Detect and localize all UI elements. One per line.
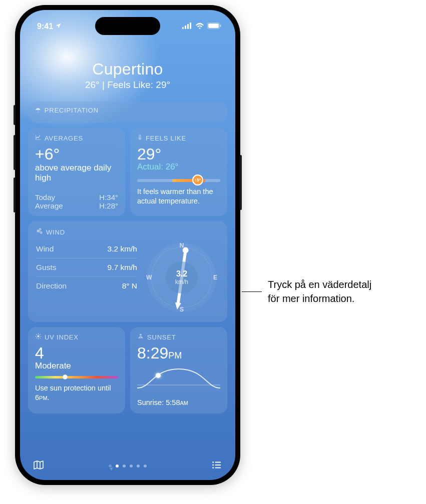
- averages-today-value: H:34°: [99, 193, 118, 202]
- page-dot: [144, 464, 147, 468]
- svg-line-19: [40, 334, 40, 335]
- compass-unit: km/h: [175, 278, 188, 286]
- wind-icon: [36, 228, 43, 236]
- page-dot: [116, 464, 119, 468]
- uv-note-pm: PM: [39, 395, 48, 401]
- cards-scroll[interactable]: ☂︎ PRECIPITATION AVERAGES +6° above aver…: [20, 102, 235, 456]
- feels-like-note: It feels warmer than the actual temperat…: [137, 187, 220, 206]
- feels-like-value: 29°: [156, 80, 170, 90]
- averages-today-label: Today: [35, 193, 55, 202]
- uv-index-card[interactable]: UV INDEX 4 Moderate Use sun protection u…: [28, 327, 125, 414]
- sunrise-label: Sunrise:: [137, 398, 166, 406]
- callout-line-2: för mer information.: [268, 292, 371, 306]
- feels-like-card[interactable]: FEELS LIKE 29° Actual: 26° ↑3° It feels …: [130, 128, 227, 216]
- gusts-label: Gusts: [36, 263, 56, 272]
- page-dot: [130, 464, 133, 468]
- map-button[interactable]: [32, 459, 45, 473]
- svg-point-9: [182, 247, 189, 254]
- precipitation-card[interactable]: ☂︎ PRECIPITATION: [28, 102, 227, 123]
- current-temp: 26°: [85, 80, 100, 90]
- svg-rect-27: [215, 464, 221, 466]
- current-summary: 26° | Feels Like: 29°: [20, 80, 235, 90]
- svg-rect-29: [215, 468, 221, 468]
- card-title-label: AVERAGES: [45, 134, 83, 142]
- gusts-value: 9.7 km/h: [108, 263, 137, 272]
- cellular-icon: [182, 22, 192, 31]
- wind-compass: N E S W 3.2 km/h: [144, 240, 219, 315]
- location-arrow-icon: [55, 22, 62, 31]
- sunset-card[interactable]: SUNSET 8:29PM Sunrise: 5:58AM: [130, 327, 227, 414]
- card-title-label: FEELS LIKE: [146, 134, 186, 142]
- compass-speed: 3.2: [176, 270, 187, 278]
- feels-like-label: Feels Like:: [107, 80, 156, 90]
- svg-point-26: [212, 464, 214, 466]
- averages-average-label: Average: [35, 202, 63, 210]
- svg-rect-2: [187, 24, 189, 29]
- wind-table: Wind 3.2 km/h Gusts 9.7 km/h Direction 8…: [36, 240, 137, 315]
- wind-card[interactable]: WIND Wind 3.2 km/h Gusts 9.7 km/h Di: [28, 221, 227, 322]
- uv-note: Use sun protection until 6PM.: [35, 384, 118, 402]
- svg-rect-6: [220, 24, 221, 27]
- sunset-icon: [137, 333, 144, 341]
- sunrise-time: 5:58: [166, 398, 180, 406]
- list-button[interactable]: [210, 460, 223, 472]
- card-title-label: UV INDEX: [45, 334, 79, 341]
- averages-average-value: H:28°: [99, 202, 118, 210]
- averages-detail: Today H:34° Average H:28°: [35, 193, 118, 210]
- card-title-label: WIND: [46, 228, 65, 236]
- feels-like-range-bar: ↑3°: [137, 179, 220, 182]
- side-button-vol-down: [14, 178, 16, 212]
- svg-point-28: [212, 467, 214, 468]
- thermometer-icon: [137, 134, 143, 142]
- averages-desc: above average daily high: [35, 163, 118, 183]
- side-button-power: [240, 155, 242, 210]
- location-header[interactable]: Cupertino 26° | Feels Like: 29°: [20, 60, 235, 90]
- direction-label: Direction: [36, 282, 67, 290]
- uv-note-b: .: [48, 394, 50, 402]
- annotation-callout: Tryck på en väderdetalj för mer informat…: [242, 278, 371, 306]
- side-button-vol-up: [14, 135, 16, 170]
- svg-point-7: [139, 138, 140, 139]
- svg-line-18: [37, 338, 37, 338]
- sunrise-line: Sunrise: 5:58AM: [137, 398, 220, 408]
- svg-line-16: [37, 334, 37, 335]
- actual-value: 26°: [166, 162, 179, 172]
- card-title-label: SUNSET: [147, 334, 176, 341]
- svg-rect-3: [190, 22, 191, 29]
- svg-marker-10: [174, 302, 181, 310]
- svg-line-17: [40, 338, 40, 338]
- bottom-toolbar: [20, 456, 235, 480]
- actual-label: Actual:: [137, 162, 166, 172]
- callout-text: Tryck på en väderdetalj för mer informat…: [268, 278, 371, 306]
- averages-delta: +6°: [35, 146, 118, 162]
- wifi-icon: [195, 22, 204, 31]
- svg-rect-5: [208, 24, 219, 28]
- svg-point-11: [37, 335, 39, 337]
- battery-icon: [207, 22, 221, 31]
- sun-position-dot: [156, 373, 161, 378]
- wind-label: Wind: [36, 244, 54, 254]
- divider: |: [100, 80, 108, 90]
- feels-like-card-value: 29°: [137, 146, 220, 162]
- wind-value: 3.2 km/h: [108, 244, 137, 254]
- svg-point-24: [212, 462, 214, 463]
- compass-center: 3.2 km/h: [166, 262, 198, 294]
- svg-rect-1: [185, 26, 186, 29]
- uv-level: Moderate: [35, 361, 118, 371]
- side-button-mute: [14, 105, 16, 125]
- dynamic-island: [95, 17, 160, 35]
- screen: 9:41: [20, 10, 235, 480]
- callout-line-1: Tryck på en väderdetalj: [268, 278, 371, 292]
- wind-row-gusts: Gusts 9.7 km/h: [36, 258, 137, 277]
- sun-path-graph: [137, 365, 220, 392]
- sunset-ampm: PM: [168, 350, 182, 360]
- page-dot: [137, 464, 140, 468]
- uv-scale-bar: [35, 376, 118, 378]
- location-dot-icon: [109, 464, 112, 468]
- sunrise-ampm: AM: [180, 400, 188, 406]
- page-indicator[interactable]: [109, 464, 147, 468]
- svg-rect-25: [215, 462, 221, 463]
- averages-card[interactable]: AVERAGES +6° above average daily high To…: [28, 128, 125, 216]
- svg-rect-0: [182, 27, 184, 29]
- uv-value: 4: [35, 345, 118, 361]
